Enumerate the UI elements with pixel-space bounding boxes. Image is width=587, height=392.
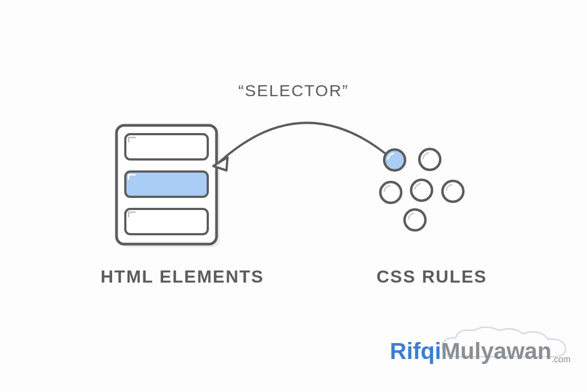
selector-title-label: “SELECTOR” [0,81,587,100]
css-rules-label: CSS RULES [376,267,487,287]
html-element-row-3 [125,209,208,234]
css-rule-circle-6 [405,209,425,230]
css-rule-circle-4 [411,180,432,201]
svg-point-8 [411,180,432,201]
watermark-part2: Mulyawan [441,338,552,364]
html-elements-box [117,125,220,247]
svg-rect-3 [125,172,208,197]
css-rule-circle-3 [380,182,401,203]
svg-rect-4 [125,209,208,234]
css-rule-circle-highlighted [384,150,405,170]
html-element-row-1 [125,134,208,159]
svg-point-6 [419,149,440,170]
watermark-text: RifqiMulyawan.com [390,338,571,365]
watermark-part3: .com [551,355,571,364]
css-rule-circle-2 [419,149,440,170]
html-element-row-2-highlighted [125,172,208,197]
svg-point-9 [442,181,463,202]
svg-point-5 [384,150,405,170]
svg-point-7 [380,182,401,203]
watermark-part1: Rifqi [390,338,441,364]
css-rules-circles [380,149,463,230]
svg-rect-2 [125,134,208,159]
svg-point-10 [405,209,425,230]
selector-arrow [213,123,386,170]
html-elements-label: HTML ELEMENTS [101,267,264,287]
diagram-canvas: “SELECTOR” [0,0,587,392]
css-rule-circle-5 [442,181,463,202]
